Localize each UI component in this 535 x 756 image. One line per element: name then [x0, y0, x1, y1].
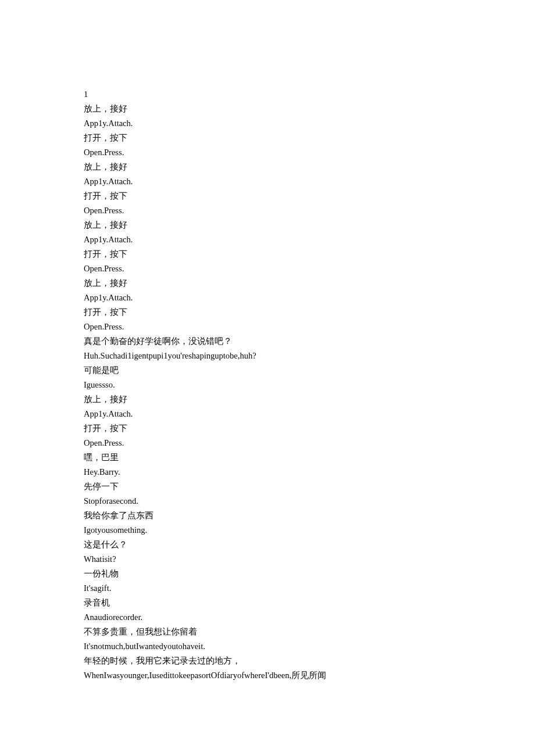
text-line: Igotyousomething. — [84, 523, 479, 538]
text-line: Iguessso. — [84, 378, 479, 392]
text-line: 一份礼物 — [84, 567, 479, 581]
text-line: It'sagift. — [84, 581, 479, 596]
text-line: 我给你拿了点东西 — [84, 508, 479, 523]
text-line: 1 — [84, 87, 479, 102]
text-line: 放上，接好 — [84, 218, 479, 232]
text-line: App1y.Attach. — [84, 174, 479, 189]
text-line: 打开，按下 — [84, 247, 479, 261]
text-line: Open.Press. — [84, 261, 479, 276]
text-line: Open.Press. — [84, 436, 479, 450]
text-line: It'snotmuch,butIwantedyoutohaveit. — [84, 639, 479, 654]
text-line: 不算多贵重，但我想让你留着 — [84, 625, 479, 639]
text-line: 打开，按下 — [84, 305, 479, 320]
text-line: App1y.Attach. — [84, 291, 479, 305]
text-line: Whatisit? — [84, 552, 479, 567]
text-line: 嘿，巴里 — [84, 450, 479, 465]
text-line: 打开，按下 — [84, 131, 479, 145]
text-line: Hey.Barry. — [84, 465, 479, 479]
text-line: 先停一下 — [84, 479, 479, 494]
text-line: Huh.Suchadi1igentpupi1you'reshapinguptob… — [84, 349, 479, 363]
text-line: 放上，接好 — [84, 160, 479, 174]
text-line: WhenIwasyounger,IusedittokeepasortOfdiar… — [84, 668, 479, 683]
text-line: 录音机 — [84, 596, 479, 610]
text-line: App1y.Attach. — [84, 232, 479, 247]
text-line: 真是个勤奋的好学徒啊你，没说错吧？ — [84, 334, 479, 349]
text-line: 放上，接好 — [84, 392, 479, 407]
text-line: Open.Press. — [84, 203, 479, 218]
text-line: Open.Press. — [84, 320, 479, 334]
text-line: Anaudiorecorder. — [84, 610, 479, 625]
text-line: 年轻的时候，我用它来记录去过的地方， — [84, 654, 479, 668]
text-line: 可能是吧 — [84, 363, 479, 378]
text-line: 放上，接好 — [84, 102, 479, 116]
text-line: 放上，接好 — [84, 276, 479, 291]
text-line: 打开，按下 — [84, 189, 479, 203]
text-line: 打开，按下 — [84, 421, 479, 436]
text-line: Stopforasecond. — [84, 494, 479, 508]
text-line: 这是什么？ — [84, 538, 479, 552]
document-page: 1放上，接好App1y.Attach.打开，按下Open.Press.放上，接好… — [0, 0, 479, 683]
text-line: App1y.Attach. — [84, 407, 479, 421]
text-line: App1y.Attach. — [84, 116, 479, 131]
text-line: Open.Press. — [84, 145, 479, 160]
